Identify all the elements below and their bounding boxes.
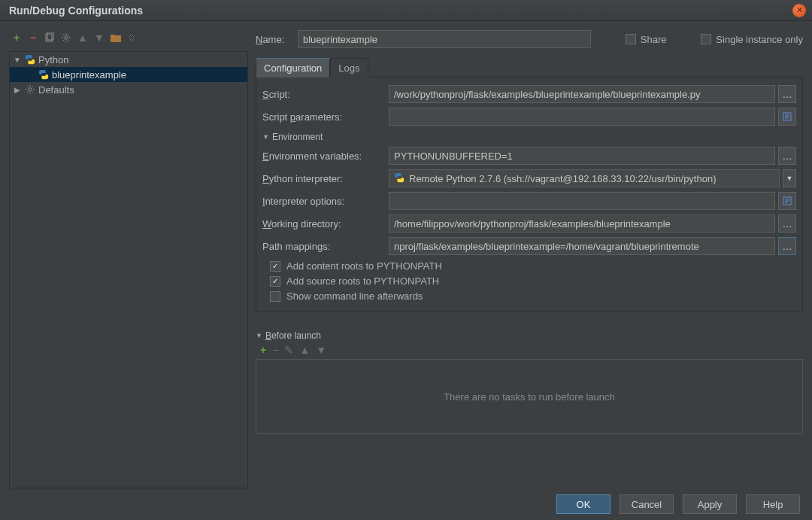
- collapse-icon[interactable]: [126, 32, 138, 44]
- tab-bar: Configuration Logs: [256, 57, 803, 78]
- expand-interp-opts-button[interactable]: [778, 192, 796, 210]
- tree-label: Python: [38, 54, 68, 65]
- settings-icon[interactable]: [60, 32, 72, 44]
- config-tree[interactable]: ▼ Python blueprintexample ▶ Defaults: [9, 51, 248, 488]
- empty-tasks-label: There are no tasks to run before launch: [444, 391, 615, 403]
- single-instance-label: Single instance only: [716, 34, 803, 45]
- interpreter-value: Remote Python 2.7.6 (ssh://vagrant@192.1…: [409, 173, 717, 184]
- window-title: Run/Debug Configurations: [9, 5, 143, 17]
- folder-icon[interactable]: [110, 32, 122, 44]
- close-icon[interactable]: ✕: [792, 4, 806, 17]
- workdir-input[interactable]: [389, 214, 775, 233]
- tree-label: Defaults: [38, 84, 74, 96]
- params-label: Script parameters:: [262, 111, 383, 123]
- tab-configuration[interactable]: Configuration: [256, 58, 330, 78]
- gear-icon: [25, 84, 35, 95]
- help-button[interactable]: Help: [746, 494, 800, 514]
- name-label: Name:: [256, 34, 292, 45]
- tree-node-defaults[interactable]: ▶ Defaults: [10, 82, 247, 97]
- edit-env-vars-button[interactable]: …: [778, 147, 796, 165]
- script-input[interactable]: [389, 85, 775, 103]
- copy-icon[interactable]: [44, 32, 56, 44]
- apply-button[interactable]: Apply: [683, 494, 737, 514]
- env-vars-input[interactable]: [389, 147, 775, 165]
- add-icon[interactable]: +: [11, 32, 23, 44]
- share-checkbox[interactable]: [626, 34, 636, 44]
- browse-script-button[interactable]: …: [778, 85, 796, 103]
- edit-task-icon: ✎: [284, 344, 293, 356]
- share-label: Share: [641, 34, 667, 45]
- env-vars-label: Environment variables:: [262, 151, 383, 162]
- pathmap-input[interactable]: [389, 237, 775, 255]
- pathmap-label: Path mappings:: [262, 241, 383, 252]
- tree-node-blueprintexample[interactable]: blueprintexample: [10, 67, 247, 82]
- cancel-button[interactable]: Cancel: [620, 494, 674, 514]
- expand-params-button[interactable]: [778, 108, 796, 126]
- move-up-icon: ▲: [299, 344, 310, 356]
- tree-toolbar: + − ▲ ▼: [9, 29, 248, 47]
- show-cmdline-checkbox[interactable]: [270, 291, 280, 302]
- interpreter-dropdown-icon[interactable]: ▼: [783, 169, 796, 187]
- interp-opts-label: Interpreter options:: [262, 196, 383, 207]
- add-task-icon[interactable]: +: [260, 344, 266, 356]
- svg-point-3: [29, 88, 32, 91]
- script-label: Script:: [262, 89, 383, 100]
- show-cmdline-label: Show command line afterwards: [286, 290, 423, 302]
- browse-workdir-button[interactable]: …: [778, 214, 796, 233]
- tab-logs[interactable]: Logs: [330, 58, 368, 78]
- add-source-roots-label: Add source roots to PYTHONPATH: [286, 275, 439, 287]
- before-launch-toolbar: + − ✎ ▲ ▼: [256, 344, 803, 356]
- move-down-icon: ▼: [93, 32, 105, 44]
- titlebar: Run/Debug Configurations ✕: [0, 0, 812, 21]
- collapse-triangle-icon: ▼: [262, 133, 269, 141]
- workdir-label: Working directory:: [262, 218, 383, 230]
- name-input[interactable]: [298, 30, 591, 48]
- before-launch-list[interactable]: There are no tasks to run before launch: [256, 359, 803, 434]
- interp-opts-input[interactable]: [389, 192, 775, 210]
- remove-task-icon: −: [272, 344, 278, 356]
- ok-button[interactable]: OK: [556, 494, 611, 514]
- add-content-roots-label: Add content roots to PYTHONPATH: [286, 260, 442, 272]
- add-content-roots-checkbox[interactable]: ✓: [270, 261, 280, 272]
- move-up-icon: ▲: [77, 32, 89, 44]
- edit-pathmap-button[interactable]: …: [778, 237, 796, 255]
- move-down-icon: ▼: [316, 344, 326, 356]
- expand-arrow-icon[interactable]: ▼: [13, 56, 22, 64]
- dialog-footer: OK Cancel Apply Help: [0, 488, 812, 520]
- script-params-input[interactable]: [389, 108, 775, 126]
- remove-icon[interactable]: −: [27, 32, 39, 44]
- tree-label: blueprintexample: [52, 69, 126, 81]
- tab-body: Script: … Script parameters: ▼ Environme…: [256, 78, 803, 312]
- python-icon: [38, 69, 49, 80]
- svg-point-2: [65, 36, 68, 39]
- environment-section[interactable]: ▼ Environment: [262, 132, 796, 142]
- tree-node-python[interactable]: ▼ Python: [10, 52, 247, 67]
- single-instance-checkbox[interactable]: [701, 34, 711, 44]
- interpreter-label: Python interpreter:: [262, 173, 383, 184]
- before-launch-section[interactable]: ▼ Before launch: [256, 330, 803, 341]
- add-source-roots-checkbox[interactable]: ✓: [270, 276, 280, 287]
- collapse-triangle-icon: ▼: [256, 332, 262, 339]
- python-icon: [394, 172, 404, 185]
- expand-arrow-icon[interactable]: ▶: [13, 86, 22, 94]
- python-icon: [25, 54, 35, 65]
- interpreter-select[interactable]: Remote Python 2.7.6 (ssh://vagrant@192.1…: [389, 169, 780, 187]
